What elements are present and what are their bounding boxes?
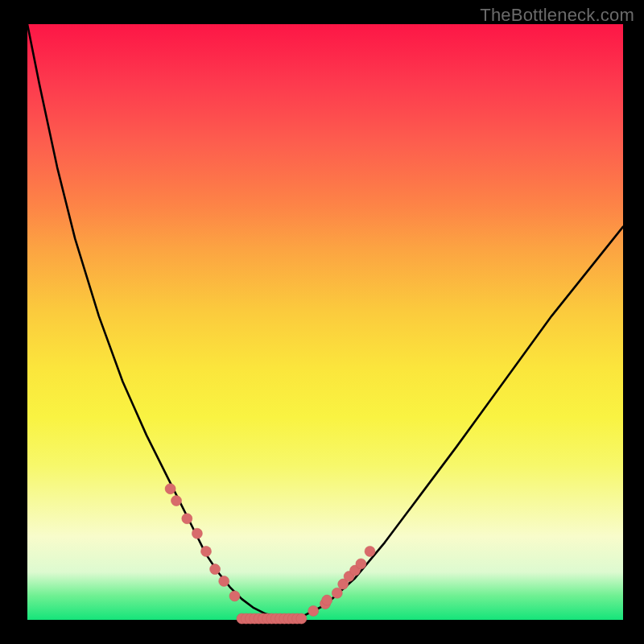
watermark-text: TheBottleneck.com: [480, 5, 634, 26]
svg-point-4: [201, 546, 212, 556]
svg-point-10: [322, 595, 332, 605]
svg-point-2: [182, 514, 192, 524]
svg-point-5: [210, 564, 221, 575]
marker-bottom-bar: [237, 613, 307, 624]
svg-point-8: [308, 605, 319, 616]
chart-frame: TheBottleneck.com: [0, 0, 644, 644]
svg-point-0: [165, 484, 175, 494]
curve-layer: [27, 24, 623, 620]
svg-point-16: [365, 546, 375, 556]
svg-point-11: [332, 588, 342, 598]
bottleneck-curve: [27, 24, 623, 618]
svg-point-7: [229, 591, 240, 601]
marker-cluster-left: [165, 484, 240, 601]
marker-cluster-right: [308, 546, 375, 616]
plot-area: [27, 24, 623, 620]
svg-point-3: [192, 528, 202, 539]
svg-point-31: [296, 613, 307, 624]
svg-point-1: [171, 496, 182, 506]
svg-point-6: [219, 576, 229, 586]
svg-point-15: [356, 559, 366, 569]
